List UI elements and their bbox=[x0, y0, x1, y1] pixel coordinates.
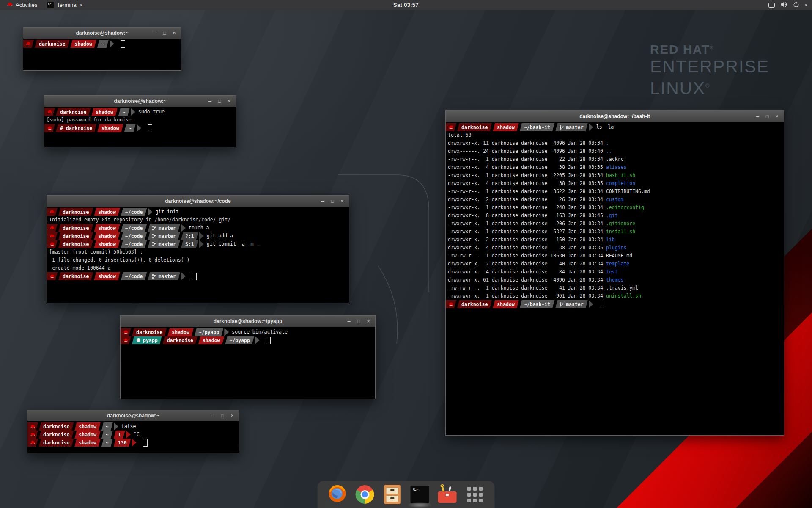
prompt-segment-hat bbox=[446, 123, 456, 131]
maximize-button[interactable]: □ bbox=[162, 30, 167, 36]
prompt-segment-status: ?:1 bbox=[181, 232, 198, 240]
dock-item-app-grid[interactable] bbox=[465, 485, 485, 504]
file-attributes: drwxrwxr-x. 4 darknoise darknoise 38 Jan… bbox=[448, 164, 606, 170]
close-button[interactable]: × bbox=[171, 30, 177, 36]
prompt-segment-host: shadow bbox=[94, 272, 120, 280]
typed-command: sudo true bbox=[138, 108, 165, 116]
file-name: .git bbox=[606, 213, 618, 218]
prompt-segment-exit: 1 bbox=[114, 431, 125, 439]
close-button[interactable]: × bbox=[365, 318, 371, 324]
terminal-prompt-line: darknoiseshadow~false bbox=[27, 422, 239, 431]
prompt-segment-host: shadow bbox=[91, 108, 118, 116]
typed-command: ls -la bbox=[596, 123, 614, 131]
redhat-icon bbox=[26, 41, 31, 47]
terminal-output-line: 1 file changed, 0 insertions(+), 0 delet… bbox=[47, 256, 349, 264]
maximize-button[interactable]: □ bbox=[764, 113, 770, 119]
titlebar[interactable]: darknoise@shadow:~–□× bbox=[44, 96, 236, 107]
terminal-prompt-line: darknoiseshadow~/codemaster?:1git add a bbox=[47, 232, 349, 240]
terminal-prompt-line: darknoiseshadow~ bbox=[23, 40, 181, 48]
maximize-button[interactable]: □ bbox=[329, 198, 335, 204]
file-name: lib bbox=[606, 237, 615, 243]
prompt-segment-host: shadow bbox=[94, 224, 120, 232]
minimize-button[interactable]: – bbox=[320, 198, 326, 204]
terminal-content[interactable]: darknoiseshadow~/codegit initInitialized… bbox=[47, 207, 349, 303]
prompt-segment-hat bbox=[47, 272, 58, 280]
file-list-row: drwxrwxr-x. 4 darknoise darknoise 38 Jan… bbox=[446, 163, 784, 171]
file-list-row: drwxrwxr-x. 2 darknoise darknoise 150 Ja… bbox=[446, 236, 784, 244]
dock-item-chrome[interactable] bbox=[355, 485, 375, 504]
git-branch-icon bbox=[152, 226, 156, 231]
terminal-cursor bbox=[266, 337, 271, 344]
minimize-button[interactable]: – bbox=[152, 30, 158, 36]
power-icon[interactable] bbox=[793, 1, 799, 9]
maximize-button[interactable]: □ bbox=[219, 413, 225, 419]
chevron-down-icon[interactable]: ▾ bbox=[805, 3, 807, 7]
typed-command: git add a bbox=[207, 232, 233, 240]
close-button[interactable]: × bbox=[229, 413, 235, 419]
app-menu-button[interactable]: $> Terminal ▾ bbox=[43, 0, 86, 10]
titlebar[interactable]: darknoise@shadow:~/pyapp–□× bbox=[121, 316, 375, 327]
file-list-row: -rwxrwxr-x. 1 darknoise darknoise 5327 J… bbox=[446, 228, 784, 236]
terminal-content[interactable]: darknoiseshadow~falsedarknoiseshadow~1^C… bbox=[27, 421, 239, 453]
redhat-icon bbox=[49, 241, 55, 247]
minimize-button[interactable]: – bbox=[210, 413, 216, 419]
file-list-row: -rw-rw-r--. 1 darknoise darknoise 22 Jan… bbox=[446, 155, 784, 163]
maximize-button[interactable]: □ bbox=[356, 318, 362, 324]
window-buttons: –□× bbox=[152, 28, 177, 39]
prompt-arrow-icon bbox=[114, 422, 118, 431]
terminal-output-line: [sudo] password for darknoise: bbox=[44, 116, 236, 124]
dock-item-firefox[interactable] bbox=[328, 485, 347, 504]
close-button[interactable]: × bbox=[774, 113, 780, 119]
terminal-prompt-line: darknoiseshadow~/codemastertouch a bbox=[47, 224, 349, 232]
terminal-prompt-line: darknoiseshadow~/codemaster bbox=[47, 272, 349, 280]
prompt-segment-branch: master bbox=[148, 240, 180, 248]
prompt-arrow-icon bbox=[589, 123, 593, 131]
file-name: .. bbox=[606, 148, 612, 154]
app-grid-icon bbox=[467, 487, 483, 502]
terminal-content[interactable]: darknoiseshadow~ bbox=[23, 39, 181, 70]
terminal-output-line: [master (root-commit) 50bcb63] . bbox=[47, 248, 349, 256]
titlebar[interactable]: darknoise@shadow:~–□× bbox=[23, 28, 181, 39]
terminal-content[interactable]: darknoiseshadow~/pyappsource bin/activat… bbox=[121, 327, 375, 399]
git-branch-icon bbox=[152, 242, 156, 247]
prompt-segment-user: # darknoise bbox=[56, 124, 96, 132]
titlebar[interactable]: darknoise@shadow:~/bash-it–□× bbox=[446, 111, 784, 122]
file-name: .editorconfig bbox=[606, 204, 644, 210]
file-list-row: -rwxrwxr-x. 1 darknoise darknoise 2205 J… bbox=[446, 171, 784, 179]
running-app-indicator bbox=[408, 502, 432, 508]
minimize-button[interactable]: – bbox=[754, 113, 760, 119]
minimize-button[interactable]: – bbox=[207, 98, 213, 104]
redhat-logo-icon bbox=[7, 1, 13, 9]
clock[interactable]: Sat 03:57 bbox=[393, 2, 419, 8]
display-icon[interactable] bbox=[768, 3, 775, 8]
terminal-output-line: create mode 100644 a bbox=[47, 264, 349, 272]
maximize-button[interactable]: □ bbox=[217, 98, 222, 104]
volume-icon[interactable] bbox=[780, 1, 787, 9]
prompt-segment-path: ~ bbox=[102, 439, 113, 447]
typed-command: touch a bbox=[189, 224, 209, 232]
close-button[interactable]: × bbox=[226, 98, 232, 104]
titlebar[interactable]: darknoise@shadow:~/code–□× bbox=[47, 196, 349, 207]
file-list-row: -rw-rw-r--. 1 darknoise darknoise 41 Jan… bbox=[446, 284, 784, 292]
rhel-logo-brand: RED HAT® bbox=[650, 42, 769, 57]
terminal-window-bash-it: darknoise@shadow:~/bash-it–□×darknoisesh… bbox=[445, 110, 784, 436]
terminal-icon: $> bbox=[411, 486, 429, 503]
redhat-icon bbox=[448, 124, 454, 130]
prompt-segment-user: darknoise bbox=[58, 208, 93, 216]
dock-item-terminal[interactable]: $> bbox=[410, 485, 430, 504]
file-list-row: drwxrwxr-x. 11 darknoise darknoise 4096 … bbox=[446, 139, 784, 147]
window-buttons: –□× bbox=[320, 196, 345, 207]
rhel-logo: RED HAT® ENTERPRISE LINUX® bbox=[650, 42, 769, 98]
terminal-content[interactable]: darknoiseshadow~/bash-itmasterls -latota… bbox=[446, 122, 784, 435]
titlebar[interactable]: darknoise@shadow:~–□× bbox=[27, 410, 239, 422]
terminal-content[interactable]: darknoiseshadow~sudo true[sudo] password… bbox=[44, 107, 236, 147]
prompt-arrow-icon bbox=[589, 300, 593, 308]
prompt-arrow-icon bbox=[137, 124, 141, 132]
file-name: custom bbox=[606, 196, 624, 202]
activities-button[interactable]: Activities bbox=[3, 0, 41, 10]
minimize-button[interactable]: – bbox=[346, 318, 352, 324]
close-button[interactable]: × bbox=[339, 198, 345, 204]
dock-item-toolbox[interactable] bbox=[438, 485, 457, 504]
dock-item-files[interactable] bbox=[383, 485, 402, 504]
typed-command: git init bbox=[155, 208, 178, 216]
